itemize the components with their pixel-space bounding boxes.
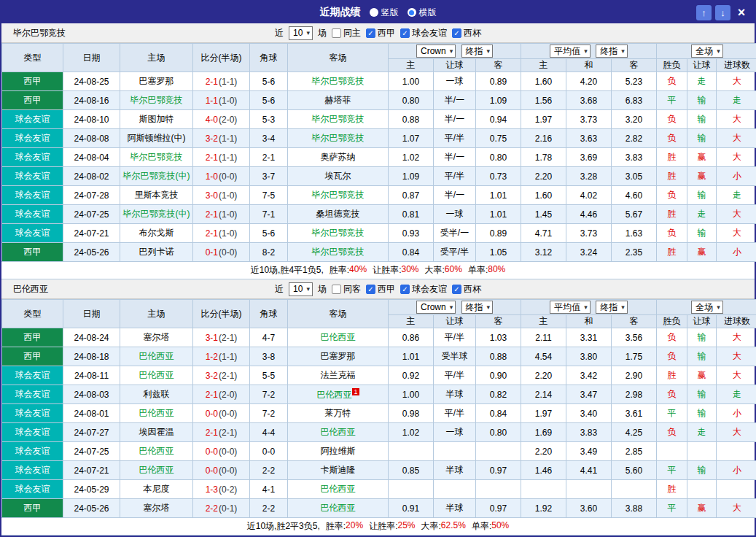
halftime-score: (1-0) <box>219 228 237 239</box>
subcol-handicap: 让球 <box>434 315 476 328</box>
competition-type: 球会友谊 <box>2 224 63 243</box>
halftime-score: (1-0) <box>219 209 237 220</box>
match-count-select[interactable]: 10 ▾ <box>289 26 313 40</box>
result-value: 平 <box>657 404 687 423</box>
score-cell: 2-1(1-0) <box>193 205 250 224</box>
odds-value: 3.63 <box>566 129 612 148</box>
team-name: 斯图加特 <box>139 114 174 124</box>
corner-score: 0-0 <box>250 442 288 461</box>
odds-company-select[interactable]: Crown▾ <box>416 45 456 58</box>
result-value: 负 <box>657 224 687 243</box>
odds-value: 0.75 <box>476 129 521 148</box>
match-row: 球会友谊24-08-01巴伦西亚0-0(0-0)7-2莱万特0.98平/半0.8… <box>2 404 756 423</box>
result-value: 平 <box>657 499 687 518</box>
odds-value <box>389 480 434 499</box>
competition-type: 西甲 <box>2 499 63 518</box>
chevron-down-icon: ▾ <box>306 285 310 293</box>
odds-value: 1.56 <box>521 91 566 110</box>
away-team: 毕尔巴鄂竞技 <box>288 129 389 148</box>
team-name: 巴伦西亚 <box>321 332 356 342</box>
filter-label: 同主 <box>343 27 361 39</box>
odds-value: 0.94 <box>476 110 521 129</box>
halftime-score: (2-0) <box>219 390 237 400</box>
match-row: 球会友谊24-07-27埃因霍温2-1(2-1)4-4巴伦西亚1.02一球0.8… <box>2 423 756 442</box>
filter-label: 球会友谊 <box>412 27 447 39</box>
odds-value: 0.84 <box>389 243 434 262</box>
subcol-away-odds: 客 <box>612 315 657 328</box>
scroll-up-button[interactable]: ↑ <box>696 5 712 20</box>
competition-filter[interactable]: ✓球会友谊 <box>400 283 447 295</box>
away-team: 巴伦西亚 <box>288 328 389 347</box>
competition-type: 西甲 <box>2 328 63 347</box>
away-team: 毕尔巴鄂竞技 <box>288 110 389 129</box>
odds-value: 0.81 <box>389 205 434 224</box>
team-name: 巴伦西亚 <box>139 465 174 475</box>
odds-value: 5.60 <box>612 461 657 480</box>
same-venue-filter[interactable]: 同客 <box>332 283 361 295</box>
col-header-home: 主场 <box>120 44 193 72</box>
period-select[interactable]: 全场▾ <box>691 301 723 314</box>
competition-filter[interactable]: ✓西杯 <box>452 283 481 295</box>
odds-value: 2.35 <box>612 243 657 262</box>
checkbox-icon <box>332 285 341 294</box>
competition-filter[interactable]: ✓西甲 <box>366 283 395 295</box>
team-name: 利兹联 <box>144 389 170 399</box>
average-odds-select[interactable]: 平均值▾ <box>550 45 591 58</box>
match-count-select[interactable]: 10 ▾ <box>289 282 313 296</box>
competition-filter[interactable]: ✓西杯 <box>452 27 481 39</box>
scroll-down-button[interactable]: ↓ <box>715 5 730 20</box>
odds-value: 受半/一 <box>434 224 476 243</box>
odds-value: 0.89 <box>476 72 521 91</box>
summary-prefix: 近10场,胜4平1负5, <box>251 264 324 277</box>
odds-value <box>521 480 566 499</box>
stat-label: 让胜率: <box>373 264 401 277</box>
odds-value: 3.28 <box>566 167 612 186</box>
games-label: 场 <box>318 27 327 39</box>
match-row: 球会友谊24-08-08阿斯顿维拉(中)3-2(1-1)3-4毕尔巴鄂竞技1.0… <box>2 129 756 148</box>
halftime-score: (0-1) <box>219 503 237 514</box>
home-team: 巴塞罗那 <box>120 72 193 91</box>
period-select[interactable]: 全场▾ <box>691 45 723 58</box>
team-name: 本尼度 <box>144 484 170 494</box>
match-date: 24-07-25 <box>63 442 120 461</box>
odds-value: 0.89 <box>476 224 521 243</box>
odds-value <box>434 480 476 499</box>
odds-value: 1.60 <box>521 72 566 91</box>
same-venue-filter[interactable]: 同主 <box>332 27 361 39</box>
odds-company-select[interactable]: Crown▾ <box>416 301 456 314</box>
odds-time-select[interactable]: 终指▾ <box>461 301 494 314</box>
results-table: 类型 日期 主场 比分(半场) 角球 客场 Crown▾ 终指▾ 平均值▾ 终指… <box>1 299 756 518</box>
odds-value: 4.54 <box>521 347 566 366</box>
odds-time-select[interactable]: 终指▾ <box>596 45 628 58</box>
competition-filter[interactable]: ✓西甲 <box>366 27 395 39</box>
radio-vertical-layout[interactable]: 竖版 <box>370 7 399 19</box>
odds-value: 一球 <box>434 423 476 442</box>
halftime-score: (1-0) <box>219 96 237 106</box>
fulltime-score: 3-2 <box>206 134 218 144</box>
away-team: 奥萨苏纳 <box>288 148 389 167</box>
odds-time-select[interactable]: 终指▾ <box>461 45 494 58</box>
team-name: 赫塔菲 <box>325 95 351 105</box>
filter-label: 西杯 <box>464 27 481 39</box>
close-icon[interactable]: × <box>734 5 749 20</box>
competition-type: 球会友谊 <box>2 167 63 186</box>
odds-time-select[interactable]: 终指▾ <box>596 301 628 314</box>
match-date: 24-05-26 <box>63 499 120 518</box>
competition-filter[interactable]: ✓球会友谊 <box>400 27 447 39</box>
select-value: 终指 <box>600 301 617 314</box>
fulltime-score: 1-1 <box>206 96 218 106</box>
match-date: 24-08-18 <box>63 347 120 366</box>
stat-value: 60% <box>445 264 462 277</box>
fulltime-score: 2-2 <box>206 503 218 514</box>
odds-value <box>434 442 476 461</box>
team-section-home: 毕尔巴鄂竞技 近 10 ▾ 场 同主 ✓西甲✓球会友谊✓西杯 <box>1 23 755 279</box>
select-value: 终指 <box>600 45 617 58</box>
halftime-score: (1-1) <box>219 134 237 144</box>
radio-horizontal-layout[interactable]: 横版 <box>408 7 437 19</box>
match-date: 24-07-21 <box>63 461 120 480</box>
chevron-down-icon: ▾ <box>717 304 720 311</box>
result-value: 大 <box>717 205 756 224</box>
average-odds-select[interactable]: 平均值▾ <box>550 301 591 314</box>
home-team: 斯图加特 <box>120 110 193 129</box>
odds-value: 1.00 <box>389 385 434 404</box>
